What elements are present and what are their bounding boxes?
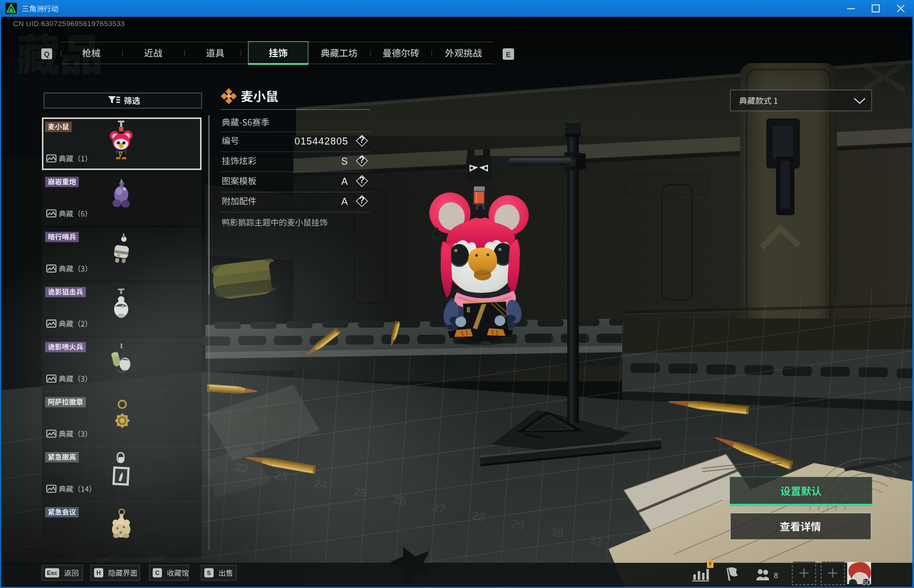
svg-text:?: ?	[359, 176, 365, 185]
svg-text:8: 8	[774, 571, 778, 580]
svg-text:E: E	[506, 51, 511, 59]
svg-text:?: ?	[359, 155, 365, 165]
svg-text:CN UID:63072596958197653533: CN UID:63072596958197653533	[13, 20, 125, 28]
svg-text:Q: Q	[44, 50, 49, 58]
svg-text:015442805: 015442805	[295, 136, 348, 147]
svg-text:S: S	[341, 156, 348, 167]
svg-text:?: ?	[359, 135, 365, 145]
svg-text:A: A	[341, 176, 348, 187]
svg-text:60: 60	[862, 578, 871, 587]
